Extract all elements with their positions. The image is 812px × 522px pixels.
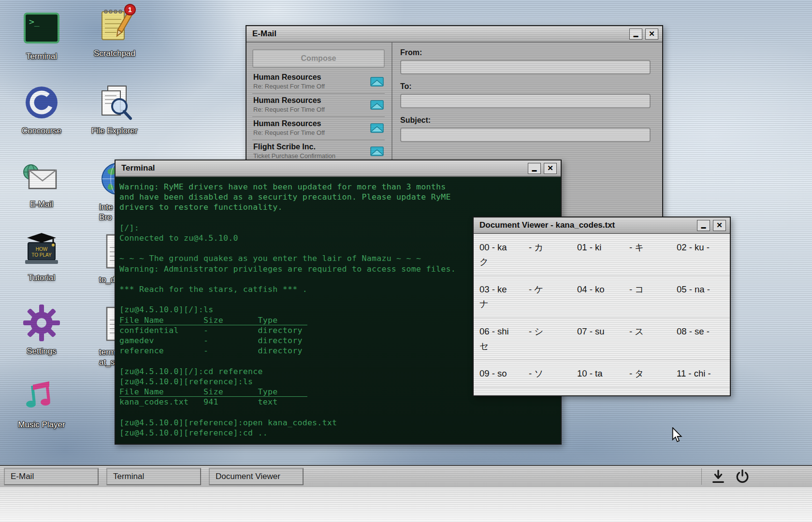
document-row: 03 - ke- ケ04 - ko- コ05 - na - ナ (474, 276, 730, 318)
from-input[interactable] (400, 60, 651, 74)
close-button[interactable]: ✕ (645, 29, 658, 40)
desktop-icon-label: Terminal (8, 51, 75, 61)
desktop-icon-label: Tutorial (8, 273, 75, 283)
desktop-icon-file-explorer[interactable]: File Explorer (81, 83, 148, 136)
to-field: To: (400, 82, 651, 108)
terminal-line: and have been disabled as a security pre… (119, 192, 557, 202)
desktop-icon-label: Settings (8, 346, 75, 356)
compose-button[interactable]: Compose (252, 49, 385, 68)
terminal-line (119, 407, 557, 417)
desktop: >_ Terminal 1 Scratchp (0, 0, 812, 522)
email-list-item[interactable]: Human Resources Re: Request For Time Off (252, 117, 385, 140)
screen-bezel-strip (0, 487, 812, 522)
desktop-icon-scratchpad[interactable]: 1 Scratchpad (81, 6, 148, 58)
email-icon (22, 157, 61, 195)
window-title: Document Viewer - kana_codes.txt (479, 220, 694, 230)
window-title: Terminal (121, 163, 525, 173)
subject-field: Subject: (400, 116, 651, 142)
terminal-line: [zu@4.5.10.0][reference]:open kana_codes… (119, 418, 557, 428)
svg-text:TO PLAY: TO PLAY (31, 252, 52, 258)
desktop-icon-label: E-Mail (8, 199, 75, 209)
desktop-icon-concourse[interactable]: Concourse (8, 83, 75, 136)
email-subject: Ticket Purchase Confirmation (253, 152, 367, 160)
document-row: 00 - ka- カ01 - ki- キ02 - ku - ク (474, 234, 730, 276)
terminal-line: drivers to restore functionality. (119, 202, 557, 212)
taskbar-button-email[interactable]: E-Mail (4, 468, 99, 485)
gear-icon (22, 304, 61, 342)
desktop-icon-settings[interactable]: Settings (8, 304, 75, 356)
document-viewer-window: Document Viewer - kana_codes.txt ▬ ✕ 00 … (473, 217, 731, 396)
envelope-icon (370, 123, 384, 135)
email-sender: Human Resources (253, 96, 367, 105)
email-subject: Re: Request For Time Off (253, 129, 367, 136)
desktop-icon-label: Scratchpad (81, 48, 148, 58)
minimize-button[interactable]: ▬ (528, 163, 541, 174)
download-icon[interactable] (710, 469, 726, 484)
terminal-icon: >_ (22, 9, 61, 47)
desktop-icon-email[interactable]: E-Mail (8, 157, 75, 209)
subject-input[interactable] (400, 128, 651, 142)
from-label: From: (400, 48, 651, 57)
email-subject: Re: Request For Time Off (253, 106, 367, 113)
email-sender: Human Resources (253, 73, 367, 82)
minimize-button[interactable]: ▬ (629, 29, 642, 40)
document-content[interactable]: 00 - ka- カ01 - ki- キ02 - ku - ク 03 - ke-… (474, 234, 730, 395)
svg-text:HOW: HOW (36, 246, 48, 252)
taskbar-button-terminal[interactable]: Terminal (106, 468, 201, 485)
terminal-line: [zu@4.5.10.0][reference]:cd .. (119, 428, 557, 438)
email-list-item[interactable]: Human Resources Re: Request For Time Off (252, 71, 385, 94)
close-button[interactable]: ✕ (713, 220, 726, 231)
minimize-button[interactable]: ▬ (697, 220, 710, 231)
desktop-icon-label: File Explorer (81, 126, 148, 136)
terminal-line: kana_codes.txt 941 text (119, 397, 557, 407)
system-tray (701, 468, 750, 485)
envelope-icon (370, 100, 384, 112)
desktop-icon-terminal[interactable]: >_ Terminal (8, 9, 75, 61)
from-field: From: (400, 48, 651, 74)
to-input[interactable] (400, 94, 651, 108)
to-label: To: (400, 82, 651, 91)
envelope-icon (370, 77, 384, 88)
email-subject: Re: Request For Time Off (253, 83, 367, 90)
notification-badge: 1 (124, 4, 136, 15)
window-title: E-Mail (252, 29, 626, 39)
email-sender: Human Resources (253, 119, 367, 128)
desktop-icon-label: Music Player (8, 420, 75, 430)
desktop-icon-music-player[interactable]: Music Player (8, 377, 75, 430)
svg-text:>_: >_ (29, 16, 40, 27)
tutorial-icon: HOW TO PLAY (22, 230, 61, 269)
envelope-icon (370, 146, 384, 158)
desktop-icon-label: Concourse (8, 126, 75, 136)
power-icon[interactable] (735, 469, 750, 484)
taskbar-button-document-viewer[interactable]: Document Viewer (209, 468, 304, 485)
subject-label: Subject: (400, 116, 651, 125)
terminal-window-titlebar[interactable]: Terminal ▬ ✕ (116, 160, 561, 177)
document-row: 06 - shi- シ07 - su- ス08 - se - セ (474, 318, 730, 360)
document-viewer-titlebar[interactable]: Document Viewer - kana_codes.txt ▬ ✕ (474, 218, 730, 234)
close-button[interactable]: ✕ (544, 163, 557, 174)
email-window-titlebar[interactable]: E-Mail ▬ ✕ (246, 26, 662, 43)
taskbar: E-Mail Terminal Document Viewer (0, 465, 812, 487)
desktop-icon-tutorial[interactable]: HOW TO PLAY Tutorial (8, 230, 75, 283)
document-row: 09 - so- ソ10 - ta- タ11 - chi - (474, 360, 730, 388)
music-notes-icon (22, 377, 61, 416)
terminal-line: Warning: RyME drivers have not been upda… (119, 182, 557, 192)
concourse-icon (22, 83, 61, 122)
email-sender: Flight Scribe Inc. (253, 143, 367, 151)
email-list-item[interactable]: Human Resources Re: Request For Time Off (252, 94, 385, 117)
file-explorer-icon (95, 83, 134, 122)
scratchpad-icon: 1 (95, 6, 134, 44)
